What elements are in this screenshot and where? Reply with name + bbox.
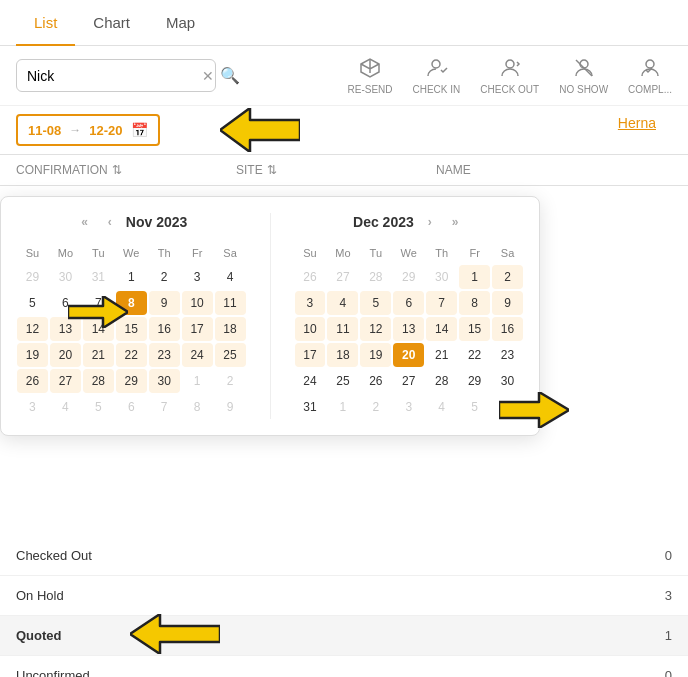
cal-day[interactable]: 13 (393, 317, 424, 341)
cal-day[interactable]: 24 (295, 369, 326, 393)
cal-day[interactable]: 11 (327, 317, 358, 341)
cal-day[interactable]: 26 (295, 265, 326, 289)
cal-day[interactable]: 19 (360, 343, 391, 367)
cal-day[interactable]: 12 (17, 317, 48, 341)
status-unconfirmed[interactable]: Unconfirmed 0 (0, 656, 688, 677)
cal-day[interactable]: 30 (492, 369, 523, 393)
cal-day[interactable]: 4 (50, 395, 81, 419)
cal-day[interactable]: 21 (426, 343, 457, 367)
cal-day[interactable]: 29 (17, 265, 48, 289)
cal-day[interactable]: 7 (426, 291, 457, 315)
cal-day[interactable]: 4 (426, 395, 457, 419)
search-box[interactable]: ✕ 🔍 (16, 59, 216, 92)
cal-next[interactable]: › (422, 213, 438, 231)
cal-day[interactable]: 5 (17, 291, 48, 315)
cal-day[interactable]: 3 (17, 395, 48, 419)
cal-day[interactable]: 12 (360, 317, 391, 341)
tab-list[interactable]: List (16, 0, 75, 45)
cal-day[interactable]: 4 (327, 291, 358, 315)
cal-day[interactable]: 25 (215, 343, 246, 367)
cal-day[interactable]: 29 (393, 265, 424, 289)
cal-day[interactable]: 1 (182, 369, 213, 393)
cal-day[interactable]: 5 (459, 395, 490, 419)
cal-day[interactable]: 3 (295, 291, 326, 315)
search-input[interactable] (27, 68, 202, 84)
cal-day[interactable]: 3 (182, 265, 213, 289)
cal-day[interactable]: 26 (360, 369, 391, 393)
cal-day[interactable]: 9 (149, 291, 180, 315)
cal-day[interactable]: 21 (83, 343, 114, 367)
cal-day[interactable]: 22 (116, 343, 147, 367)
cal-day[interactable]: 30 (149, 369, 180, 393)
cal-day[interactable]: 1 (116, 265, 147, 289)
cal-day[interactable]: 24 (182, 343, 213, 367)
cal-day[interactable]: 11 (215, 291, 246, 315)
resend-button[interactable]: RE-SEND (347, 56, 392, 95)
cal-day[interactable]: 31 (295, 395, 326, 419)
cal-day[interactable]: 22 (459, 343, 490, 367)
cal-day[interactable]: 20 (50, 343, 81, 367)
cal-day[interactable]: 30 (50, 265, 81, 289)
cal-day[interactable]: 10 (295, 317, 326, 341)
status-checked-out[interactable]: Checked Out 0 (0, 536, 688, 576)
cal-day[interactable]: 9 (215, 395, 246, 419)
checkin-button[interactable]: CHECK IN (413, 56, 461, 95)
cal-day[interactable]: 29 (116, 369, 147, 393)
noshow-button[interactable]: NO SHOW (559, 56, 608, 95)
cal-day[interactable]: 2 (215, 369, 246, 393)
tab-chart[interactable]: Chart (75, 0, 148, 45)
cal-day[interactable]: 27 (327, 265, 358, 289)
cal-day[interactable]: 8 (182, 395, 213, 419)
search-icon[interactable]: 🔍 (220, 66, 240, 85)
cal-day[interactable]: 28 (83, 369, 114, 393)
cal-day[interactable]: 18 (327, 343, 358, 367)
cal-day[interactable]: 5 (83, 395, 114, 419)
cal-day[interactable]: 2 (360, 395, 391, 419)
status-quoted[interactable]: Quoted 1 (0, 616, 688, 656)
cal-day[interactable]: 27 (393, 369, 424, 393)
complete-button[interactable]: COMPL... (628, 56, 672, 95)
cal-day[interactable]: 27 (50, 369, 81, 393)
cal-day[interactable]: 18 (215, 317, 246, 341)
status-on-hold[interactable]: On Hold 3 (0, 576, 688, 616)
cal-day[interactable]: 1 (327, 395, 358, 419)
cal-day[interactable]: 10 (182, 291, 213, 315)
cal-day[interactable]: 23 (492, 343, 523, 367)
cal-day[interactable]: 8 (459, 291, 490, 315)
cal-day[interactable]: 28 (360, 265, 391, 289)
cal-day[interactable]: 17 (182, 317, 213, 341)
cal-day[interactable]: 26 (17, 369, 48, 393)
cal-day[interactable]: 4 (215, 265, 246, 289)
col-site[interactable]: SITE ⇅ (236, 163, 436, 177)
cal-day[interactable]: 14 (426, 317, 457, 341)
cal-day[interactable]: 2 (492, 265, 523, 289)
cal-day[interactable]: 2 (149, 265, 180, 289)
cal-prev[interactable]: ‹ (102, 213, 118, 231)
cal-day[interactable]: 29 (459, 369, 490, 393)
cal-day[interactable]: 30 (426, 265, 457, 289)
cal-day[interactable]: 17 (295, 343, 326, 367)
cal-day[interactable]: 28 (426, 369, 457, 393)
guest-name[interactable]: Herna (602, 107, 672, 139)
cal-day[interactable]: 5 (360, 291, 391, 315)
cal-day[interactable]: 16 (149, 317, 180, 341)
search-clear-button[interactable]: ✕ (202, 68, 214, 84)
checkout-button[interactable]: CHECK OUT (480, 56, 539, 95)
cal-day[interactable]: 7 (149, 395, 180, 419)
cal-day[interactable]: 23 (149, 343, 180, 367)
cal-day[interactable]: 15 (459, 317, 490, 341)
cal-next-next[interactable]: » (446, 213, 465, 231)
cal-day[interactable]: 31 (83, 265, 114, 289)
cal-prev-prev[interactable]: « (75, 213, 94, 231)
cal-day[interactable]: 1 (459, 265, 490, 289)
date-range-picker[interactable]: 11-08 → 12-20 📅 (16, 114, 160, 146)
cal-day[interactable]: 19 (17, 343, 48, 367)
cal-day-selected-end[interactable]: 20 (393, 343, 424, 367)
tab-map[interactable]: Map (148, 0, 213, 45)
cal-day[interactable]: 25 (327, 369, 358, 393)
cal-day[interactable]: 3 (393, 395, 424, 419)
cal-day[interactable]: 6 (116, 395, 147, 419)
cal-day[interactable]: 9 (492, 291, 523, 315)
cal-day[interactable]: 6 (393, 291, 424, 315)
col-confirmation[interactable]: CONFIRMATION ⇅ (16, 163, 236, 177)
